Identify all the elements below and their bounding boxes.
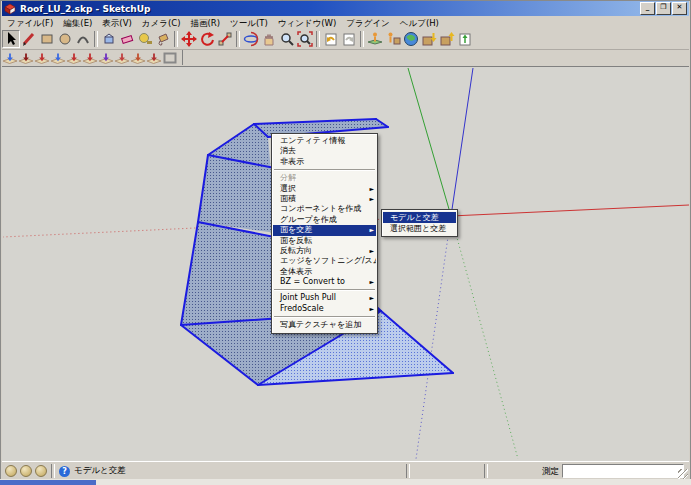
measurements-input[interactable] [562,464,684,478]
menu-item-fredoscale[interactable]: FredoScale► [273,304,376,314]
toolbar-separator [174,31,178,47]
menu-item-label: エンティティ情報 [280,136,345,145]
paint-bucket-tool-icon[interactable] [154,30,172,48]
status-hint: モデルと交差 [74,465,126,477]
select-tool-icon[interactable] [2,30,20,48]
menubar-item-7[interactable]: ウィンドウ(W) [273,17,342,29]
menu-item-label: 全体表示 [280,267,312,276]
geolocation-icon[interactable] [5,465,17,477]
menubar-item-3[interactable]: 表示(V) [97,17,136,29]
menu-item-label: エッジをソフトニング/スムージング [280,256,376,265]
menu-item-label: グループを作成 [280,215,337,224]
plugin-tool-1-icon[interactable] [2,50,18,65]
menubar-item-6[interactable]: ツール(T) [225,17,273,29]
menu-item-intersect-faces[interactable]: 面を交差► [273,225,376,235]
plugin-tool-9-icon[interactable] [130,50,146,65]
menu-item-reverse-faces[interactable]: 面を反転 [273,236,376,246]
status-bar: ? モデルと交差 測定 [2,461,689,480]
menu-item-soften-smooth-edges[interactable]: エッジをソフトニング/スムージング [273,256,376,266]
plugin-tool-7-icon[interactable] [98,50,114,65]
menu-separator [274,169,375,171]
menu-item-label: 分解 [280,173,296,182]
taskbar-fragment [0,480,96,485]
menubar-item-5[interactable]: 描画(R) [185,17,225,29]
menu-item-hide[interactable]: 非表示 [273,157,376,167]
status-divider [484,464,488,478]
menu-item-add-photo-texture[interactable]: 写真テクスチャを追加 [273,320,376,330]
place-model-box-icon[interactable] [438,30,456,48]
zoom-tool-icon[interactable] [278,30,296,48]
plugin-tool-2-icon[interactable] [18,50,34,65]
blue-axis-negative [416,216,451,459]
zoom-extents-tool-icon[interactable] [296,30,314,48]
previous-view-icon[interactable] [322,30,340,48]
menubar-item-8[interactable]: プラグイン [341,17,395,29]
plugin-tool-5-icon[interactable] [66,50,82,65]
window-title: Roof_LU_2.skp - SketchUp [20,4,639,14]
menu-item-label: 選択範囲と交差 [390,224,446,233]
claim-model-icon[interactable] [20,465,32,477]
menu-item-intersect-with-model[interactable]: モデルと交差 [383,212,456,223]
share-model-icon[interactable] [456,30,474,48]
credits-icon[interactable] [35,465,47,477]
toolbar-separator [94,31,98,47]
plugin-tool-10-icon[interactable] [146,50,162,65]
toolbar-separator [236,31,240,47]
maximize-button[interactable]: ❐ [656,2,671,15]
eraser-tool-icon[interactable] [118,30,136,48]
model-face[interactable] [198,124,276,233]
menu-item-label: コンポーネントを作成 [280,204,361,213]
pan-tool-icon[interactable] [260,30,278,48]
orbit-tool-icon[interactable] [242,30,260,48]
menu-item-label: 消去 [280,146,296,155]
menu-item-make-component[interactable]: コンポーネントを作成 [273,204,376,214]
menu-item-label: 面を交差 [280,225,312,234]
menubar-item-4[interactable]: カメラ(C) [137,17,186,29]
menubar-item-2[interactable]: 編集(E) [58,17,97,29]
menu-item-label: 非表示 [280,157,304,166]
close-button[interactable]: ✕ [672,2,687,15]
menu-item-select[interactable]: 選択► [273,184,376,194]
plugin-tool-6-icon[interactable] [82,50,98,65]
minimize-button[interactable]: _ [640,2,655,15]
menu-item-intersect-with-selection[interactable]: 選択範囲と交差 [383,223,456,234]
move-tool-icon[interactable] [180,30,198,48]
google-earth-icon[interactable] [402,30,420,48]
arc-tool-icon[interactable] [74,30,92,48]
menubar-item-9[interactable]: ヘルプ(H) [395,17,444,29]
plugin-tool-3-icon[interactable] [34,50,50,65]
menubar-item-1[interactable]: ファイル(F) [2,17,58,29]
tape-measure-tool-icon[interactable] [136,30,154,48]
plugin-tool-4-icon[interactable] [50,50,66,65]
submenu-arrow-icon: ► [369,184,374,194]
menu-separator [274,289,375,291]
measurements-label: 測定 [542,466,559,478]
scale-tool-icon[interactable] [216,30,234,48]
circle-tool-icon[interactable] [56,30,74,48]
main-toolbar [2,29,689,50]
place-model-icon[interactable] [366,30,384,48]
toolbar-separator [316,31,320,47]
rectangle-tool-icon[interactable] [38,30,56,48]
menu-item-flip-along[interactable]: 反転方向► [273,246,376,256]
get-models-icon[interactable] [384,30,402,48]
rotate-tool-icon[interactable] [198,30,216,48]
line-tool-icon[interactable] [20,30,38,48]
menu-item-joint-push-pull[interactable]: Joint Push Pull► [273,293,376,303]
menu-item-area[interactable]: 面積► [273,194,376,204]
intersect-submenu: モデルと交差選択範囲と交差 [381,209,458,237]
bottom-strip [0,479,691,485]
plugin-tool-11-icon[interactable] [162,50,178,65]
help-icon[interactable]: ? [59,466,70,477]
next-view-icon[interactable] [340,30,358,48]
resize-grip[interactable] [678,469,688,479]
menu-item-make-group[interactable]: グループを作成 [273,215,376,225]
plugin-tool-8-icon[interactable] [114,50,130,65]
menu-item-erase[interactable]: 消去 [273,146,376,156]
push-pull-tool-icon[interactable] [100,30,118,48]
get-current-view-icon[interactable] [420,30,438,48]
menu-item-entity-info[interactable]: エンティティ情報 [273,136,376,146]
sketchup-logo-icon [4,3,16,15]
menu-item-zoom-extents[interactable]: 全体表示 [273,267,376,277]
menu-item-bz-convert-to[interactable]: BZ = Convert to► [273,277,376,287]
